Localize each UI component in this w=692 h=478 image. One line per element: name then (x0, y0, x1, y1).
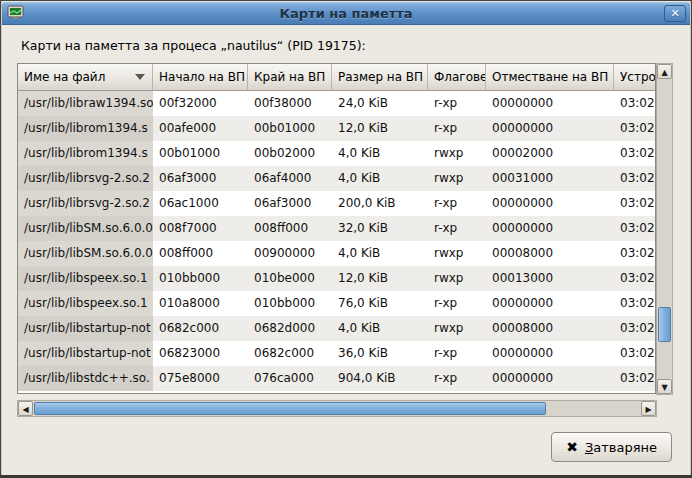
cell-filename: /usr/lib/librom1394.s (18, 116, 153, 141)
cell-device: 03:02 (614, 266, 655, 291)
cell-vm_end: 010bb000 (248, 291, 332, 316)
cell-filename: /usr/lib/libSM.so.6.0.0 (18, 241, 153, 266)
close-button-label: Затваряне (585, 440, 657, 455)
table-row[interactable]: /usr/lib/libSM.so.6.0.0008f7000008ff0003… (18, 216, 655, 241)
cell-vm_start: 00afe000 (153, 116, 248, 141)
table-row[interactable]: /usr/lib/librsvg-2.so.206af300006af40004… (18, 166, 655, 191)
table-row[interactable]: /usr/lib/librom1394.s00afe00000b0100012,… (18, 116, 655, 141)
cell-filename: /usr/lib/libstdc++.so. (18, 366, 153, 391)
cell-filename: /usr/lib/libspeex.so.1 (18, 266, 153, 291)
cell-vm_size: 24,0 KiB (332, 91, 428, 116)
cell-vm_start: 075e8000 (153, 366, 248, 391)
cell-device: 03:02 (614, 241, 655, 266)
cell-flags: rwxp (428, 166, 486, 191)
cell-filename: /usr/lib/libspeex.so.1 (18, 291, 153, 316)
cell-device: 03:02 (614, 366, 655, 391)
cell-vm_start: 00b01000 (153, 141, 248, 166)
vertical-scrollbar-thumb[interactable] (658, 307, 671, 342)
close-x-icon: ✖ (566, 439, 578, 455)
cell-flags: r-xp (428, 366, 486, 391)
cell-vm_end: 00b02000 (248, 141, 332, 166)
cell-device: 03:02 (614, 291, 655, 316)
scroll-right-icon[interactable]: ▶ (641, 401, 656, 416)
cell-vm_size: 76,0 KiB (332, 291, 428, 316)
scroll-up-icon[interactable]: ▲ (657, 64, 672, 79)
table-row[interactable]: /usr/lib/libspeex.so.1010bb000010be00012… (18, 266, 655, 291)
table-row[interactable]: /usr/lib/libspeex.so.1010a8000010bb00076… (18, 291, 655, 316)
cell-flags: r-xp (428, 291, 486, 316)
cell-device: 03:02 (614, 141, 655, 166)
cell-flags: rwxp (428, 316, 486, 341)
cell-filename: /usr/lib/libstartup-not (18, 316, 153, 341)
cell-flags: r-xp (428, 341, 486, 366)
cell-vm_size: 4,0 KiB (332, 141, 428, 166)
window-close-icon[interactable]: ✕ (664, 5, 686, 22)
table-row[interactable]: /usr/lib/librom1394.s00b0100000b020004,0… (18, 141, 655, 166)
column-header-vm_start[interactable]: Начало на ВП (153, 64, 248, 91)
cell-vm_offset: 00000000 (486, 91, 614, 116)
cell-vm_end: 00900000 (248, 241, 332, 266)
scroll-left-icon[interactable]: ◀ (18, 401, 33, 416)
cell-vm_size: 12,0 KiB (332, 116, 428, 141)
cell-device: 03:02 (614, 316, 655, 341)
cell-device: 03:02 (614, 216, 655, 241)
titlebar[interactable]: Карти на паметта ✕ (2, 2, 690, 25)
cell-vm_size: 4,0 KiB (332, 166, 428, 191)
cell-vm_end: 010be000 (248, 266, 332, 291)
cell-vm_start: 010bb000 (153, 266, 248, 291)
cell-vm_size: 904,0 KiB (332, 366, 428, 391)
table-body: /usr/lib/libraw1394.so00f3200000f3800024… (18, 91, 655, 391)
cell-vm_start: 06ac1000 (153, 191, 248, 216)
cell-filename: /usr/lib/libstartup-not (18, 341, 153, 366)
cell-device: 03:02 (614, 116, 655, 141)
column-header-filename[interactable]: Име на файл (18, 64, 153, 91)
memory-maps-dialog: Карти на паметта ✕ Карти на паметта за п… (0, 0, 692, 478)
cell-vm_end: 0682d000 (248, 316, 332, 341)
cell-vm_offset: 00000000 (486, 191, 614, 216)
column-header-vm_offset[interactable]: Отместване на ВП (486, 64, 614, 91)
cell-filename: /usr/lib/libSM.so.6.0.0 (18, 216, 153, 241)
horizontal-scrollbar[interactable]: ◀ ▶ (17, 400, 657, 417)
cell-vm_start: 010a8000 (153, 291, 248, 316)
column-header-vm_end[interactable]: Край на ВП (248, 64, 332, 91)
horizontal-scrollbar-thumb[interactable] (34, 402, 546, 415)
cell-vm_size: 200,0 KiB (332, 191, 428, 216)
table-row[interactable]: /usr/lib/libstdc++.so.075e8000076ca00090… (18, 366, 655, 391)
cell-vm_end: 008ff000 (248, 216, 332, 241)
window-title: Карти на паметта (2, 6, 690, 21)
cell-vm_size: 4,0 KiB (332, 241, 428, 266)
cell-vm_offset: 00002000 (486, 141, 614, 166)
cell-vm_start: 008f7000 (153, 216, 248, 241)
vertical-scrollbar[interactable]: ▲ ▼ (656, 63, 673, 395)
cell-filename: /usr/lib/librsvg-2.so.2 (18, 191, 153, 216)
cell-vm_size: 36,0 KiB (332, 341, 428, 366)
cell-flags: rwxp (428, 266, 486, 291)
cell-device: 03:02 (614, 191, 655, 216)
table-header-row: Име на файлНачало на ВПКрай на ВПРазмер … (18, 64, 655, 91)
cell-vm_end: 076ca000 (248, 366, 332, 391)
memory-maps-table: Име на файлНачало на ВПКрай на ВПРазмер … (17, 63, 656, 394)
table-row[interactable]: /usr/lib/libSM.so.6.0.0008ff000009000004… (18, 241, 655, 266)
cell-device: 03:02 (614, 341, 655, 366)
table-row[interactable]: /usr/lib/librsvg-2.so.206ac100006af30002… (18, 191, 655, 216)
cell-filename: /usr/lib/libraw1394.so (18, 91, 153, 116)
table-row[interactable]: /usr/lib/libstartup-not0682c0000682d0004… (18, 316, 655, 341)
cell-vm_offset: 00008000 (486, 241, 614, 266)
cell-vm_offset: 00000000 (486, 341, 614, 366)
column-header-flags[interactable]: Флагове (428, 64, 486, 91)
cell-vm_end: 00b01000 (248, 116, 332, 141)
close-button[interactable]: ✖ Затваряне (551, 432, 672, 462)
cell-vm_start: 0682c000 (153, 316, 248, 341)
cell-vm_offset: 00000000 (486, 291, 614, 316)
table-row[interactable]: /usr/lib/libstartup-not068230000682c0003… (18, 341, 655, 366)
scroll-down-icon[interactable]: ▼ (657, 379, 672, 394)
column-header-device[interactable]: Устро (614, 64, 655, 91)
cell-device: 03:02 (614, 91, 655, 116)
cell-vm_offset: 00013000 (486, 266, 614, 291)
column-header-vm_size[interactable]: Размер на ВП (332, 64, 428, 91)
cell-vm_end: 06af4000 (248, 166, 332, 191)
cell-vm_size: 32,0 KiB (332, 216, 428, 241)
table-row[interactable]: /usr/lib/libraw1394.so00f3200000f3800024… (18, 91, 655, 116)
cell-vm_start: 06823000 (153, 341, 248, 366)
cell-flags: rwxp (428, 141, 486, 166)
